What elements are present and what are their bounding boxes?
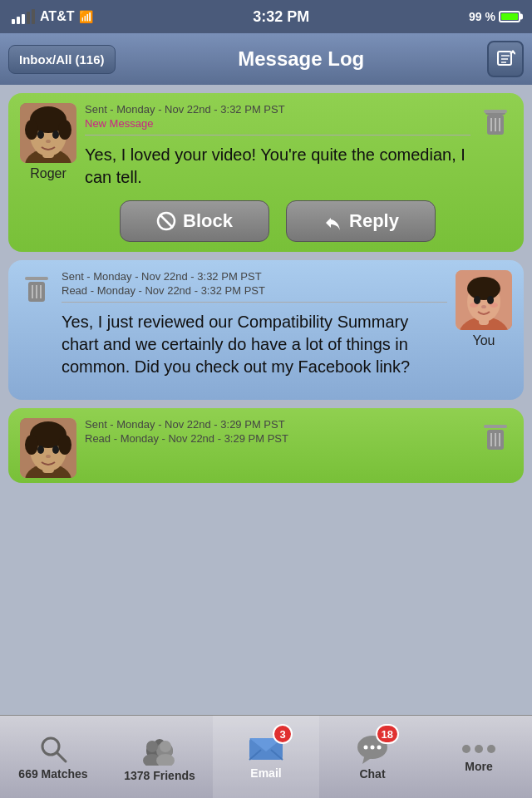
avatar-roger xyxy=(20,103,76,163)
reply-icon xyxy=(323,211,342,231)
nav-item-friends[interactable]: 1378 Friends xyxy=(106,716,213,798)
message-text-1: Yes, I loved your video! You're quite th… xyxy=(85,144,470,189)
message-body-1: Sent - Monday - Nov 22nd - 3:32 PM PST N… xyxy=(85,103,470,242)
reply-button[interactable]: Reply xyxy=(286,200,436,242)
svg-line-2 xyxy=(512,51,515,54)
email-label: Email xyxy=(250,766,281,780)
nav-item-more[interactable]: More xyxy=(426,716,532,798)
nav-item-matches[interactable]: 669 Matches xyxy=(0,716,106,798)
svg-line-52 xyxy=(57,752,66,761)
message-actions-1: Block Reply xyxy=(85,200,470,242)
wifi-icon: 📶 xyxy=(79,10,93,23)
trash-area-3[interactable] xyxy=(479,418,512,473)
read-meta-2: Read - Monday - Nov 22nd - 3:32 PM PST xyxy=(62,284,447,297)
message-list: Roger Sent - Monday - Nov 22nd - 3:32 PM… xyxy=(0,85,532,715)
trash-icon-2 xyxy=(23,273,50,305)
matches-label: 669 Matches xyxy=(18,767,87,781)
svg-point-41 xyxy=(25,435,38,455)
status-right: 99 % xyxy=(469,10,520,23)
svg-point-58 xyxy=(146,741,158,752)
svg-point-66 xyxy=(371,745,375,749)
read-meta-3: Read - Monday - Nov 22nd - 3:29 PM PST xyxy=(85,432,470,445)
svg-point-11 xyxy=(52,131,59,139)
avatar-roger-image xyxy=(20,103,76,163)
svg-point-30 xyxy=(467,277,500,300)
sender-avatar-area-3 xyxy=(20,418,76,473)
svg-point-42 xyxy=(58,435,71,455)
email-badge: 3 xyxy=(273,724,293,744)
svg-rect-16 xyxy=(484,110,507,113)
signal-icon xyxy=(12,9,35,24)
search-icon xyxy=(38,734,68,764)
message-item-1: Roger Sent - Monday - Nov 22nd - 3:32 PM… xyxy=(8,93,524,252)
svg-point-34 xyxy=(487,296,494,304)
more-icon xyxy=(461,741,497,756)
trash-area-2[interactable] xyxy=(20,270,53,390)
svg-point-65 xyxy=(364,745,368,749)
svg-point-8 xyxy=(25,120,38,140)
sender-avatar-area-1: Roger xyxy=(20,103,76,242)
battery-icon xyxy=(499,11,520,22)
compose-button[interactable] xyxy=(487,41,524,77)
svg-point-12 xyxy=(46,140,51,143)
avatar-you-image xyxy=(456,270,512,330)
sender-name-2: You xyxy=(473,333,495,348)
message-text-2: Yes, I just reviewed our Compatibility S… xyxy=(62,311,447,378)
chat-badge: 18 xyxy=(376,724,399,744)
avatar-roger-2 xyxy=(20,418,76,478)
sent-meta-3: Sent - Monday - Nov 22nd - 3:29 PM PST xyxy=(85,418,470,431)
new-label-1: New Message xyxy=(85,117,470,130)
friends-icon-2 xyxy=(141,739,178,766)
svg-point-45 xyxy=(46,455,51,458)
svg-point-68 xyxy=(462,745,470,753)
message-body-3: Sent - Monday - Nov 22nd - 3:29 PM PST R… xyxy=(85,418,470,473)
sent-meta-2: Sent - Monday - Nov 22nd - 3:32 PM PST xyxy=(62,270,447,283)
trash-icon-3 xyxy=(482,421,509,453)
block-button[interactable]: Block xyxy=(120,200,269,242)
svg-point-44 xyxy=(52,446,59,454)
avatar-roger2-image xyxy=(20,418,76,478)
compose-icon xyxy=(495,49,515,69)
bottom-navigation: 669 Matches 1378 Friends 3 xyxy=(0,715,532,798)
reply-label: Reply xyxy=(349,210,399,232)
svg-point-35 xyxy=(481,305,486,308)
message-item-2: Sent - Monday - Nov 22nd - 3:32 PM PST R… xyxy=(8,260,524,400)
svg-point-61 xyxy=(156,754,175,766)
svg-point-10 xyxy=(37,131,44,139)
nav-item-email[interactable]: 3 Email xyxy=(213,716,319,798)
nav-item-chat[interactable]: 18 Chat xyxy=(319,716,426,798)
block-icon xyxy=(156,211,176,231)
svg-point-9 xyxy=(58,120,71,140)
svg-line-14 xyxy=(160,214,173,228)
battery-label: 99 % xyxy=(469,10,495,23)
svg-point-33 xyxy=(474,296,480,304)
svg-rect-46 xyxy=(484,425,507,428)
message-item-3: Sent - Monday - Nov 22nd - 3:29 PM PST R… xyxy=(8,408,524,483)
sender-avatar-area-2: You xyxy=(456,270,512,390)
svg-point-70 xyxy=(487,745,495,753)
status-left: AT&T 📶 xyxy=(12,9,93,24)
page-title: Message Log xyxy=(124,47,479,71)
status-bar: AT&T 📶 3:32 PM 99 % xyxy=(0,0,532,33)
avatar-you xyxy=(456,270,512,330)
svg-point-67 xyxy=(377,745,382,749)
message-body-2: Sent - Monday - Nov 22nd - 3:32 PM PST R… xyxy=(62,270,447,390)
sent-meta-1: Sent - Monday - Nov 22nd - 3:32 PM PST xyxy=(85,103,470,116)
svg-rect-21 xyxy=(25,277,48,280)
trash-area-1[interactable] xyxy=(479,103,512,242)
block-label: Block xyxy=(183,210,233,232)
svg-point-60 xyxy=(160,741,171,752)
carrier-label: AT&T xyxy=(40,9,74,24)
trash-icon-1 xyxy=(482,106,509,138)
friends-label: 1378 Friends xyxy=(124,769,195,782)
more-label: More xyxy=(465,760,492,773)
inbox-button[interactable]: Inbox/All (116) xyxy=(8,45,116,74)
svg-point-43 xyxy=(37,446,44,454)
header: Inbox/All (116) Message Log xyxy=(0,33,532,85)
chat-label: Chat xyxy=(359,767,385,781)
time-display: 3:32 PM xyxy=(253,8,309,26)
sender-name-1: Roger xyxy=(30,166,66,181)
svg-point-69 xyxy=(475,745,483,753)
